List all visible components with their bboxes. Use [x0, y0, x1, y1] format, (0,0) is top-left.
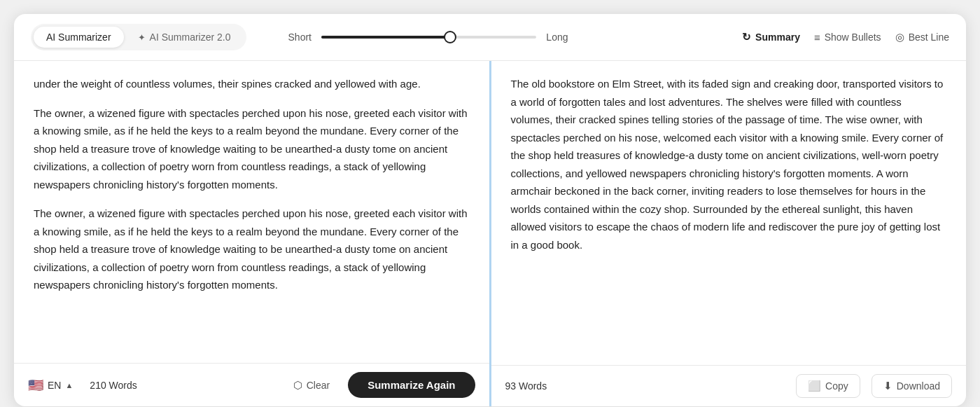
clear-button[interactable]: ⬡ Clear — [286, 375, 337, 396]
flag-icon: 🇺🇸 — [28, 378, 43, 393]
tab-ai-summarizer[interactable]: AI Summarizer — [34, 27, 124, 48]
slider-track[interactable] — [321, 36, 536, 39]
download-button[interactable]: ⬇ Download — [872, 374, 952, 398]
slider-long-label: Long — [546, 32, 568, 43]
eraser-icon: ⬡ — [293, 379, 302, 392]
download-label: Download — [897, 380, 940, 392]
left-word-count: 210 Words — [90, 380, 136, 391]
copy-button[interactable]: ⬜ Copy — [796, 374, 860, 398]
sparkle-icon: ✦ — [138, 32, 146, 43]
chevron-up-icon: ▲ — [65, 381, 73, 389]
summary-label: Summary — [755, 32, 800, 43]
summarize-again-button[interactable]: Summarize Again — [348, 372, 475, 398]
left-para-1: under the weight of countless volumes, t… — [34, 75, 470, 93]
best-line-icon: ◎ — [895, 31, 904, 43]
bullets-icon: ≡ — [814, 32, 820, 43]
tab-group: AI Summarizer ✦ AI Summarizer 2.0 — [31, 24, 246, 50]
bullets-label: Show Bullets — [825, 32, 881, 43]
right-summary-text: The old bookstore on Elm Street, with it… — [511, 75, 947, 254]
main-content: under the weight of countless volumes, t… — [14, 61, 966, 406]
slider-fill — [321, 36, 450, 39]
summary-icon: ↻ — [742, 31, 751, 43]
app-container: AI Summarizer ✦ AI Summarizer 2.0 Short … — [14, 14, 966, 406]
left-panel-text[interactable]: under the weight of countless volumes, t… — [14, 61, 489, 363]
right-word-count: 93 Words — [505, 380, 547, 392]
slider-thumb[interactable] — [444, 31, 456, 43]
tab-ai-summarizer-2-label: AI Summarizer 2.0 — [150, 32, 231, 43]
tab-ai-summarizer-2[interactable]: ✦ AI Summarizer 2.0 — [125, 27, 244, 48]
slider-section: Short Long — [288, 32, 568, 43]
right-panel: The old bookstore on Elm Street, with it… — [491, 61, 967, 406]
language-badge[interactable]: 🇺🇸 EN ▲ — [28, 378, 73, 393]
toolbar: AI Summarizer ✦ AI Summarizer 2.0 Short … — [14, 14, 966, 61]
left-panel-footer: 🇺🇸 EN ▲ 210 Words ⬡ Clear Summarize Agai… — [14, 363, 489, 406]
lang-label: EN — [48, 380, 61, 391]
left-para-3: The owner, a wizened figure with spectac… — [34, 205, 470, 294]
view-option-bullets[interactable]: ≡ Show Bullets — [814, 32, 881, 43]
download-icon: ⬇ — [883, 380, 892, 392]
right-panel-footer: 93 Words ⬜ Copy ⬇ Download — [491, 365, 967, 406]
clear-label: Clear — [307, 380, 330, 391]
copy-label: Copy — [825, 380, 848, 392]
right-panel-text[interactable]: The old bookstore on Elm Street, with it… — [491, 61, 967, 365]
copy-icon: ⬜ — [808, 380, 821, 392]
view-options: ↻ Summary ≡ Show Bullets ◎ Best Line — [742, 31, 949, 43]
view-option-summary[interactable]: ↻ Summary — [742, 31, 800, 43]
slider-short-label: Short — [288, 32, 312, 43]
left-para-2: The owner, a wizened figure with spectac… — [34, 104, 470, 194]
left-panel: under the weight of countless volumes, t… — [14, 61, 491, 406]
view-option-best-line[interactable]: ◎ Best Line — [895, 31, 949, 43]
best-line-label: Best Line — [909, 32, 949, 43]
